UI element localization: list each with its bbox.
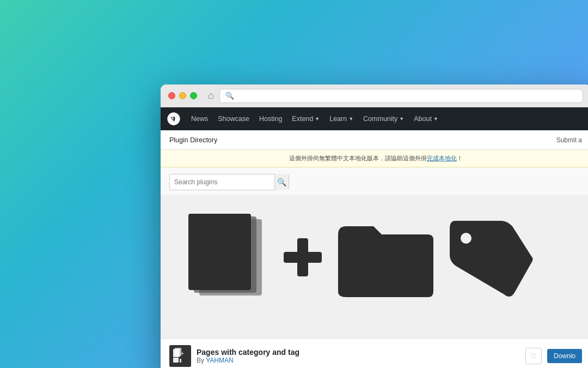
address-search-icon: 🔍 bbox=[225, 92, 234, 100]
close-button[interactable] bbox=[168, 92, 175, 99]
traffic-lights bbox=[168, 92, 197, 99]
svg-rect-10 bbox=[180, 359, 181, 363]
community-chevron-icon: ▼ bbox=[399, 116, 404, 122]
learn-chevron-icon: ▼ bbox=[348, 116, 353, 122]
maximize-button[interactable] bbox=[190, 92, 197, 99]
favorite-button[interactable]: ♡ bbox=[525, 348, 542, 364]
wp-logo[interactable] bbox=[166, 111, 181, 126]
plugin-title: Pages with category and tag bbox=[197, 348, 299, 357]
svg-rect-9 bbox=[173, 358, 179, 363]
pages-icon bbox=[186, 211, 273, 304]
download-button[interactable]: Downlo bbox=[547, 349, 582, 363]
notice-text: 這個外掛尚無繁體中文本地化版本，請協助這個外掛完成本地化！ bbox=[289, 155, 463, 161]
about-chevron-icon: ▼ bbox=[433, 116, 438, 122]
svg-point-5 bbox=[461, 233, 471, 244]
nav-item-news[interactable]: News bbox=[187, 113, 212, 125]
tag-icon bbox=[444, 215, 537, 300]
nav-item-about[interactable]: About ▼ bbox=[409, 113, 443, 125]
extend-chevron-icon: ▼ bbox=[315, 116, 320, 122]
localize-link[interactable]: 完成本地化 bbox=[427, 155, 457, 161]
browser-window: ⌂ 🔍 News Showcase Hosting Extend bbox=[161, 85, 588, 368]
nav-item-hosting[interactable]: Hosting bbox=[255, 113, 286, 125]
plugin-directory-label: Plugin Directory bbox=[169, 136, 217, 144]
search-area: 🔍 bbox=[161, 167, 588, 195]
folder-icon bbox=[333, 215, 436, 300]
plugin-info-bar: + Pages with category and tag By YAHMAN bbox=[161, 338, 588, 368]
submit-text: Submit a bbox=[556, 136, 582, 144]
wp-navbar: News Showcase Hosting Extend ▼ Learn ▼ C… bbox=[161, 107, 588, 130]
plugin-hero bbox=[161, 195, 588, 318]
search-submit-button[interactable]: 🔍 bbox=[274, 174, 289, 190]
nav-item-learn[interactable]: Learn ▼ bbox=[325, 113, 358, 125]
browser-content: News Showcase Hosting Extend ▼ Learn ▼ C… bbox=[161, 107, 588, 368]
plugin-thumbnail: + bbox=[169, 345, 191, 367]
nav-item-extend[interactable]: Extend ▼ bbox=[287, 113, 324, 125]
plugin-subbar: Plugin Directory Submit a bbox=[161, 130, 588, 150]
search-input-wrapper: 🔍 bbox=[169, 174, 289, 190]
plugin-info-left: + Pages with category and tag By YAHMAN bbox=[169, 345, 299, 367]
search-icon: 🔍 bbox=[277, 178, 286, 186]
nav-item-showcase[interactable]: Showcase bbox=[213, 113, 254, 125]
address-bar[interactable]: 🔍 bbox=[219, 89, 583, 103]
notice-bar: 這個外掛尚無繁體中文本地化版本，請協助這個外掛完成本地化！ bbox=[161, 150, 588, 167]
minimize-button[interactable] bbox=[179, 92, 186, 99]
plugin-author: By YAHMAN bbox=[197, 357, 299, 364]
plus-icon bbox=[281, 236, 324, 279]
hero-icons-container bbox=[169, 206, 553, 309]
plugin-author-link[interactable]: YAHMAN bbox=[206, 357, 233, 364]
plugin-actions: ♡ Downlo bbox=[525, 348, 582, 364]
search-input[interactable] bbox=[170, 178, 274, 186]
nav-item-community[interactable]: Community ▼ bbox=[359, 113, 408, 125]
browser-titlebar: ⌂ 🔍 bbox=[161, 85, 588, 107]
svg-text:+: + bbox=[181, 351, 184, 357]
svg-rect-4 bbox=[284, 252, 322, 263]
heart-icon: ♡ bbox=[530, 352, 537, 360]
home-icon[interactable]: ⌂ bbox=[208, 90, 214, 101]
svg-rect-2 bbox=[188, 214, 251, 290]
plugin-info-text: Pages with category and tag By YAHMAN bbox=[197, 348, 299, 364]
